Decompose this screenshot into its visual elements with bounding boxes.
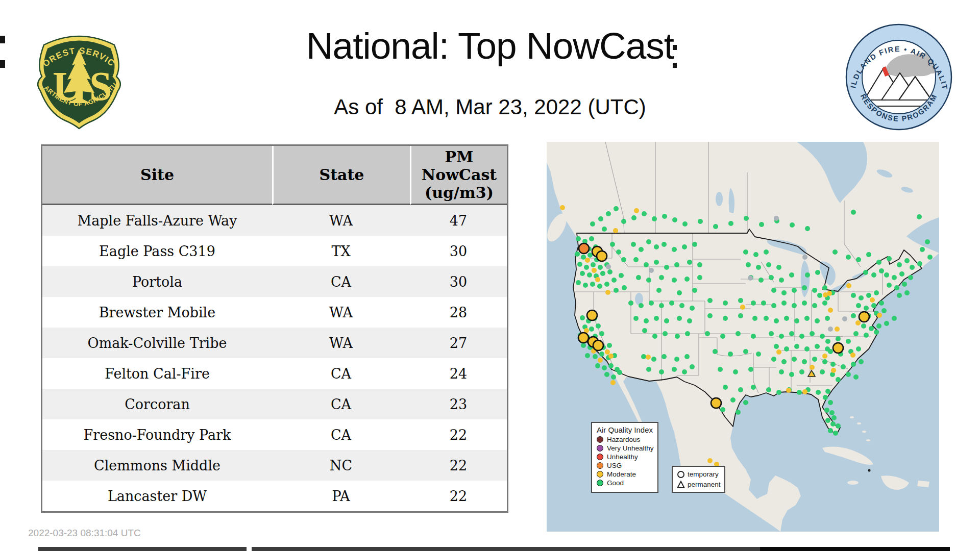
pm-nowcast-cell: 22 [410,450,507,481]
monitor-dot-good [804,346,810,352]
aqi-legend-item: Moderate [597,470,657,478]
monitor-dot-good [599,331,604,336]
monitor-dot-good [925,239,930,244]
monitor-dot-good [743,400,748,405]
monitor-dot-good [846,372,851,377]
monitor-dot-good [679,303,684,308]
monitor-dot-good [774,318,779,323]
monitor-dot-good [621,257,626,262]
monitor-dot-good [828,428,833,433]
monitor-dot-good [804,316,810,321]
monitor-dot-good [659,275,664,280]
monitor-dot-good [815,344,820,349]
monitor-dot-good [617,370,622,375]
monitor-dot-good [663,331,668,336]
monitor-dot-good [672,217,677,222]
monitor-dot-moderate [850,353,855,358]
monitor-dot-good [917,214,922,219]
monitor-dot-good [659,369,664,374]
state-cell: CA [272,389,410,419]
monitor-dot-good [851,313,856,318]
aqi-legend-title: Air Quality Index [592,425,657,434]
monitor-dot-good [713,349,718,354]
monitor-dot-good [619,273,624,278]
monitor-dot-inactive [842,316,847,321]
monitor-dot-good [698,219,703,224]
monitor-dot-good [652,216,657,221]
monitor-dot-good [669,300,674,306]
monitor-dot-moderate [810,365,815,370]
monitor-dot-good [581,343,586,348]
monitor-dot-inactive [828,327,833,332]
monitor-dot-good [599,352,604,357]
monitor-dot-good [751,300,756,306]
monitor-dot-good [674,357,679,362]
table-row: Felton Cal-FireCA24 [42,358,507,389]
monitor-dot-good [917,261,922,266]
site-cell: Corcoran [42,389,272,419]
state-cell: NC [272,450,410,481]
monitor-dot-good [607,343,612,348]
monitor-dot-good [738,313,743,318]
monitor-dot-good [744,216,749,221]
monitor-dot-good [682,244,687,249]
monitor-dot-good [764,316,769,321]
monitor-dot-good [822,285,827,290]
monitor-dot-good [908,275,913,280]
monitor-dot-good [831,415,837,420]
pm-nowcast-cell: 27 [410,328,507,358]
monitor-dot-good [600,271,605,276]
monitor-dot-good [825,316,830,321]
site-cell: Lancaster DW [42,481,272,511]
monitor-dot-good [766,387,771,392]
monitor-dot-good [672,367,677,372]
monitor-dot-good [805,272,810,278]
monitor-dot-good [589,327,594,332]
monitor-dot-good [591,262,596,267]
aqi-legend-item: Unhealthy [597,453,657,461]
monitor-dot-good [758,278,764,283]
column-header-pm-nowcast: PM NowCast (ug/m3) [410,146,507,205]
monitor-dot-good [720,407,725,412]
table-header-row: Site State PM NowCast (ug/m3) [42,146,507,205]
monitor-dot-moderate [608,354,614,359]
monitor-dot-good [608,363,614,368]
monitor-dot-good [646,239,651,244]
monitor-dot-good [904,258,910,263]
monitor-dot-good [746,262,751,267]
monitor-dot-good [720,334,725,339]
state-cell: WA [272,297,410,328]
monitor-dot-good [769,275,774,280]
table-row: CorcoranCA23 [42,389,507,419]
monitor-dot-good [707,313,713,318]
monitor-dot-good [841,364,846,369]
pm-nowcast-cell: 24 [410,358,507,389]
monitor-dot-good [684,354,690,359]
monitor-dot-good [812,288,817,293]
monitor-dot-good [728,352,733,357]
monitor-dot-good [687,260,692,265]
monitor-dot-unknown [868,469,871,472]
monitor-dot-good [644,262,649,267]
monitor-dot-good [636,275,641,280]
monitor-dot-good [748,367,753,372]
monitor-dot-good [687,318,692,323]
monitor-dot-good [705,331,710,336]
monitor-dot-good [869,326,874,331]
site-cell: Clemmons Middle [42,450,272,481]
monitor-dot-good [820,334,825,339]
monitor-dot-good [851,293,856,298]
monitor-dot-good [859,295,864,300]
monitor-dot-good [846,255,851,260]
monitor-dot-good [631,242,636,247]
monitor-dot-good [771,357,776,362]
monitor-dot-good [642,211,647,216]
monitor-dot-good [810,331,815,336]
state-cell: WA [272,205,410,236]
aqi-color-swatch [597,454,603,460]
site-cell: Omak-Colville Tribe [42,328,272,358]
monitor-dot-good [853,331,859,336]
monitor-dot-good [769,331,774,336]
monitor-dot-good [751,334,756,339]
monitor-dot-good [856,346,861,352]
